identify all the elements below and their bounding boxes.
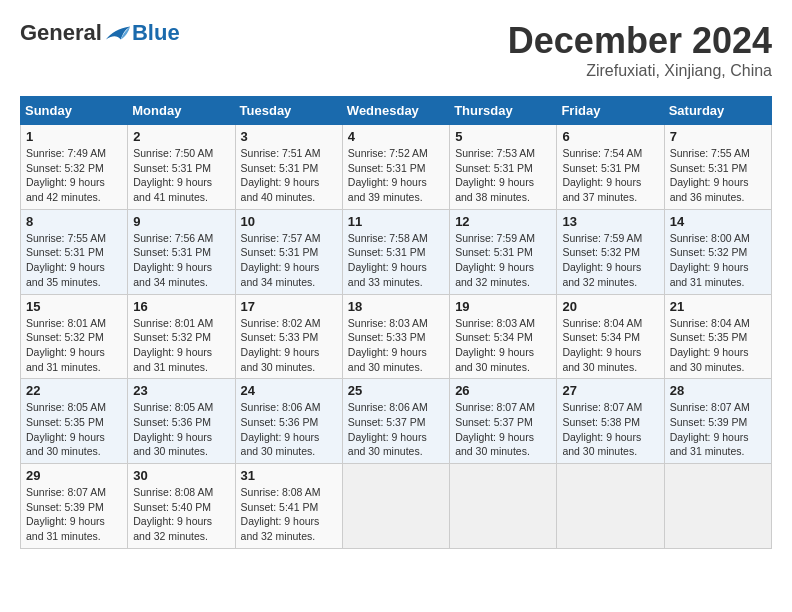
page-header: General Blue December 2024 Zirefuxiati, … xyxy=(20,20,772,80)
header-thursday: Thursday xyxy=(450,97,557,125)
calendar-body: 1 Sunrise: 7:49 AM Sunset: 5:32 PM Dayli… xyxy=(21,125,772,549)
daylight-label: Daylight: 9 hours and 38 minutes. xyxy=(455,176,534,203)
sunset-label: Sunset: 5:35 PM xyxy=(26,416,104,428)
daylight-label: Daylight: 9 hours and 30 minutes. xyxy=(455,431,534,458)
daylight-label: Daylight: 9 hours and 31 minutes. xyxy=(670,261,749,288)
sunrise-label: Sunrise: 8:04 AM xyxy=(562,317,642,329)
daylight-label: Daylight: 9 hours and 30 minutes. xyxy=(241,346,320,373)
daylight-label: Daylight: 9 hours and 31 minutes. xyxy=(133,346,212,373)
sunrise-label: Sunrise: 8:07 AM xyxy=(562,401,642,413)
sunset-label: Sunset: 5:31 PM xyxy=(562,162,640,174)
day-info: Sunrise: 7:51 AM Sunset: 5:31 PM Dayligh… xyxy=(241,146,337,205)
day-number: 20 xyxy=(562,299,658,314)
day-info: Sunrise: 8:02 AM Sunset: 5:33 PM Dayligh… xyxy=(241,316,337,375)
sunrise-label: Sunrise: 8:05 AM xyxy=(133,401,213,413)
calendar-cell: 23 Sunrise: 8:05 AM Sunset: 5:36 PM Dayl… xyxy=(128,379,235,464)
day-number: 26 xyxy=(455,383,551,398)
header-tuesday: Tuesday xyxy=(235,97,342,125)
calendar-cell: 21 Sunrise: 8:04 AM Sunset: 5:35 PM Dayl… xyxy=(664,294,771,379)
sunset-label: Sunset: 5:31 PM xyxy=(241,162,319,174)
sunrise-label: Sunrise: 7:53 AM xyxy=(455,147,535,159)
header-monday: Monday xyxy=(128,97,235,125)
sunrise-label: Sunrise: 7:59 AM xyxy=(455,232,535,244)
sunset-label: Sunset: 5:35 PM xyxy=(670,331,748,343)
daylight-label: Daylight: 9 hours and 39 minutes. xyxy=(348,176,427,203)
calendar-cell: 16 Sunrise: 8:01 AM Sunset: 5:32 PM Dayl… xyxy=(128,294,235,379)
day-number: 30 xyxy=(133,468,229,483)
day-info: Sunrise: 8:08 AM Sunset: 5:40 PM Dayligh… xyxy=(133,485,229,544)
day-number: 22 xyxy=(26,383,122,398)
day-number: 1 xyxy=(26,129,122,144)
calendar-cell: 25 Sunrise: 8:06 AM Sunset: 5:37 PM Dayl… xyxy=(342,379,449,464)
bird-icon xyxy=(104,22,132,44)
calendar-week-row: 22 Sunrise: 8:05 AM Sunset: 5:35 PM Dayl… xyxy=(21,379,772,464)
day-info: Sunrise: 7:52 AM Sunset: 5:31 PM Dayligh… xyxy=(348,146,444,205)
weekday-header-row: Sunday Monday Tuesday Wednesday Thursday… xyxy=(21,97,772,125)
logo: General Blue xyxy=(20,20,180,46)
day-info: Sunrise: 8:04 AM Sunset: 5:35 PM Dayligh… xyxy=(670,316,766,375)
sunset-label: Sunset: 5:31 PM xyxy=(133,162,211,174)
day-number: 18 xyxy=(348,299,444,314)
calendar-cell xyxy=(664,464,771,549)
daylight-label: Daylight: 9 hours and 30 minutes. xyxy=(348,431,427,458)
calendar-cell: 11 Sunrise: 7:58 AM Sunset: 5:31 PM Dayl… xyxy=(342,209,449,294)
sunset-label: Sunset: 5:36 PM xyxy=(241,416,319,428)
sunrise-label: Sunrise: 8:03 AM xyxy=(348,317,428,329)
sunrise-label: Sunrise: 7:57 AM xyxy=(241,232,321,244)
sunrise-label: Sunrise: 7:55 AM xyxy=(670,147,750,159)
calendar-cell: 30 Sunrise: 8:08 AM Sunset: 5:40 PM Dayl… xyxy=(128,464,235,549)
daylight-label: Daylight: 9 hours and 33 minutes. xyxy=(348,261,427,288)
sunset-label: Sunset: 5:32 PM xyxy=(26,162,104,174)
calendar-cell: 20 Sunrise: 8:04 AM Sunset: 5:34 PM Dayl… xyxy=(557,294,664,379)
daylight-label: Daylight: 9 hours and 37 minutes. xyxy=(562,176,641,203)
sunrise-label: Sunrise: 8:01 AM xyxy=(133,317,213,329)
calendar-cell: 18 Sunrise: 8:03 AM Sunset: 5:33 PM Dayl… xyxy=(342,294,449,379)
sunrise-label: Sunrise: 8:03 AM xyxy=(455,317,535,329)
calendar-cell: 29 Sunrise: 8:07 AM Sunset: 5:39 PM Dayl… xyxy=(21,464,128,549)
calendar-header: Sunday Monday Tuesday Wednesday Thursday… xyxy=(21,97,772,125)
day-number: 5 xyxy=(455,129,551,144)
calendar-cell: 3 Sunrise: 7:51 AM Sunset: 5:31 PM Dayli… xyxy=(235,125,342,210)
calendar-week-row: 15 Sunrise: 8:01 AM Sunset: 5:32 PM Dayl… xyxy=(21,294,772,379)
sunrise-label: Sunrise: 7:49 AM xyxy=(26,147,106,159)
title-block: December 2024 Zirefuxiati, Xinjiang, Chi… xyxy=(508,20,772,80)
calendar-cell: 7 Sunrise: 7:55 AM Sunset: 5:31 PM Dayli… xyxy=(664,125,771,210)
sunset-label: Sunset: 5:32 PM xyxy=(670,246,748,258)
sunset-label: Sunset: 5:32 PM xyxy=(133,331,211,343)
sunset-label: Sunset: 5:31 PM xyxy=(241,246,319,258)
sunset-label: Sunset: 5:33 PM xyxy=(348,331,426,343)
day-info: Sunrise: 7:59 AM Sunset: 5:32 PM Dayligh… xyxy=(562,231,658,290)
day-info: Sunrise: 8:03 AM Sunset: 5:33 PM Dayligh… xyxy=(348,316,444,375)
sunset-label: Sunset: 5:37 PM xyxy=(455,416,533,428)
header-sunday: Sunday xyxy=(21,97,128,125)
calendar-cell: 1 Sunrise: 7:49 AM Sunset: 5:32 PM Dayli… xyxy=(21,125,128,210)
header-friday: Friday xyxy=(557,97,664,125)
calendar-cell xyxy=(557,464,664,549)
day-info: Sunrise: 8:03 AM Sunset: 5:34 PM Dayligh… xyxy=(455,316,551,375)
sunset-label: Sunset: 5:31 PM xyxy=(670,162,748,174)
day-number: 31 xyxy=(241,468,337,483)
calendar-cell xyxy=(450,464,557,549)
sunrise-label: Sunrise: 7:51 AM xyxy=(241,147,321,159)
day-number: 13 xyxy=(562,214,658,229)
sunset-label: Sunset: 5:40 PM xyxy=(133,501,211,513)
day-number: 29 xyxy=(26,468,122,483)
day-info: Sunrise: 7:54 AM Sunset: 5:31 PM Dayligh… xyxy=(562,146,658,205)
daylight-label: Daylight: 9 hours and 32 minutes. xyxy=(133,515,212,542)
day-number: 27 xyxy=(562,383,658,398)
daylight-label: Daylight: 9 hours and 31 minutes. xyxy=(670,431,749,458)
day-info: Sunrise: 8:08 AM Sunset: 5:41 PM Dayligh… xyxy=(241,485,337,544)
daylight-label: Daylight: 9 hours and 32 minutes. xyxy=(455,261,534,288)
sunset-label: Sunset: 5:33 PM xyxy=(241,331,319,343)
day-number: 11 xyxy=(348,214,444,229)
daylight-label: Daylight: 9 hours and 32 minutes. xyxy=(241,515,320,542)
day-number: 7 xyxy=(670,129,766,144)
sunrise-label: Sunrise: 7:56 AM xyxy=(133,232,213,244)
day-number: 6 xyxy=(562,129,658,144)
daylight-label: Daylight: 9 hours and 41 minutes. xyxy=(133,176,212,203)
sunrise-label: Sunrise: 8:01 AM xyxy=(26,317,106,329)
sunrise-label: Sunrise: 8:06 AM xyxy=(241,401,321,413)
sunrise-label: Sunrise: 8:07 AM xyxy=(455,401,535,413)
sunrise-label: Sunrise: 8:07 AM xyxy=(26,486,106,498)
daylight-label: Daylight: 9 hours and 32 minutes. xyxy=(562,261,641,288)
